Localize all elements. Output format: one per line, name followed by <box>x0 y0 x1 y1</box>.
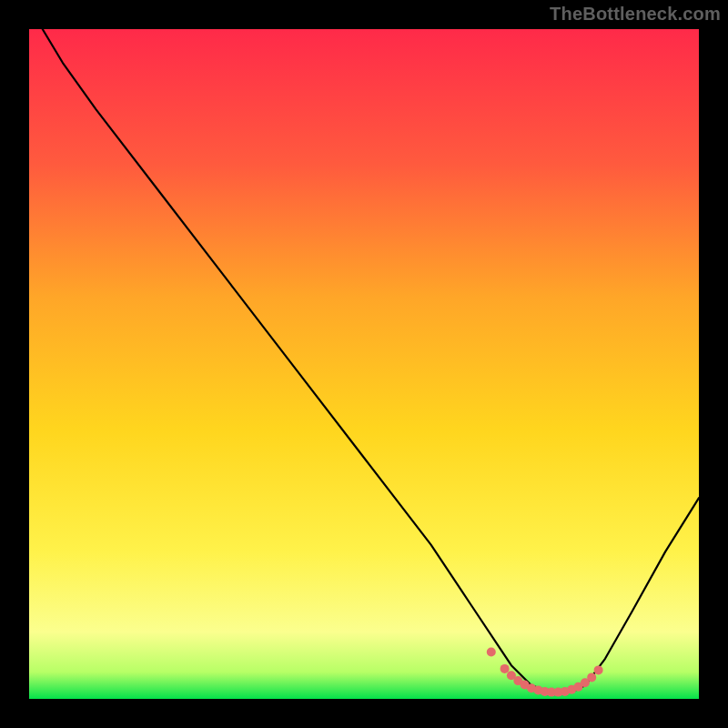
chart-svg <box>29 29 699 699</box>
marker-dot <box>500 664 510 673</box>
watermark-text: TheBottleneck.com <box>550 4 721 25</box>
marker-dot <box>587 672 596 682</box>
plot-area <box>29 29 699 699</box>
marker-dot <box>594 665 603 674</box>
chart-frame: TheBottleneck.com <box>0 0 728 728</box>
gradient-rect <box>29 29 699 699</box>
marker-dot <box>487 648 496 657</box>
